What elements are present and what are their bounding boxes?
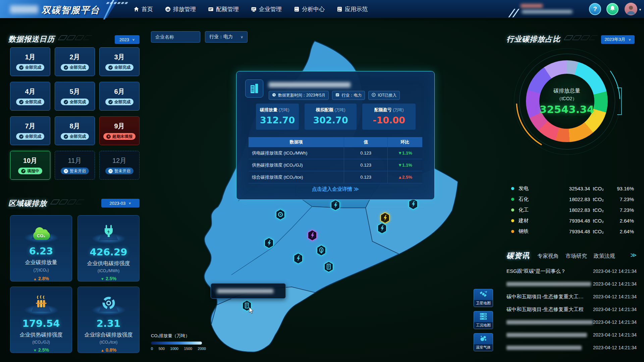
stat-card-emission[interactable]: CO₂ 6.23 企业碳排放量 (万tCO₂) ▲2.8% — [10, 215, 72, 282]
calculator-icon — [294, 6, 300, 12]
calendar-month-nov[interactable]: 11月 暂未开启 — [55, 151, 95, 180]
news-item[interactable]: 碳中和五期项目-生态修复重大工程... 2023-04-12 14:21:34 — [506, 290, 637, 303]
notification-button[interactable] — [606, 3, 619, 15]
nav-item-analysis[interactable]: 分析中心 — [294, 5, 325, 13]
news-item[interactable]: 2023-04-12 14:21:34 — [506, 316, 637, 328]
stat-card-heat-intensity[interactable]: 179.54 企业供热碳排强度 (tCO₂/GJ) ▼2.5% — [10, 287, 72, 353]
cross-icon — [106, 134, 111, 139]
news-more-arrow[interactable]: ≫ — [630, 251, 637, 259]
calendar-month-jul[interactable]: 7月 全部完成 — [10, 116, 50, 145]
news-item[interactable]: 碳中和五期项目-生态修复重大工程 2023-04-12 14:21:34 — [506, 303, 637, 316]
question-icon: ? — [593, 5, 597, 13]
news-item[interactable]: 2023-04-12 14:21:34 — [506, 341, 637, 354]
user-menu-caret[interactable]: ▼ — [639, 8, 642, 11]
status-badge: 超期未填报 — [103, 133, 136, 140]
map-marker-power[interactable] — [330, 199, 340, 211]
calendar-month-sep[interactable]: 9月 超期未填报 — [99, 116, 140, 145]
delta-badge: ▼2.5% — [33, 347, 49, 353]
app-title: 双碳智服平台 — [42, 4, 100, 16]
electric-plug-icon — [102, 225, 115, 240]
title-slashes-decor — [52, 199, 83, 204]
stat-card-power-intensity[interactable]: 426.29 企业供电碳排强度 (tCO₂/MWh) ▼2.5% — [77, 215, 140, 282]
calendar-month-jan[interactable]: 1月 全部完成 — [10, 47, 50, 76]
calendar-year-dropdown[interactable]: 2023∨ — [115, 35, 140, 44]
check-icon — [19, 65, 23, 70]
check-icon — [108, 100, 113, 104]
monitor-icon — [251, 6, 257, 12]
status-badge: 全部完成 — [61, 99, 89, 105]
donut-center: 碳排放总量 （tCO2） 32543.34 — [539, 74, 594, 129]
legend-dot — [511, 219, 514, 222]
map-marker-power[interactable] — [408, 198, 418, 210]
news-tabs: 专家视角 市场研究 政策法规 — [537, 253, 615, 260]
map-marker-gear[interactable] — [275, 209, 285, 220]
nav-tick-decor — [107, 2, 127, 4]
quota-card-icon — [208, 6, 214, 12]
quota-stat-box: 模拟配额 (万吨) 302.70 — [305, 104, 357, 130]
industry-month-dropdown[interactable]: 2023年3月∨ — [601, 35, 635, 44]
legend-item-chemical[interactable]: 化工 18022.83 tCO₂ 7.23% — [511, 204, 634, 215]
map-marker-power[interactable] — [377, 223, 387, 234]
redacted-title — [506, 282, 591, 286]
tab-expert-view[interactable]: 专家视角 — [537, 253, 559, 260]
status-badge: 全部完成 — [16, 133, 44, 140]
status-badge: 全部完成 — [61, 64, 89, 71]
status-badge: 暂未开启 — [105, 168, 133, 174]
chevron-down-icon: ∨ — [128, 201, 131, 205]
tab-policy[interactable]: 政策法规 — [594, 253, 615, 260]
nav-item-enterprise[interactable]: 企业管理 — [251, 5, 282, 13]
check-icon — [64, 65, 68, 70]
legend-item-steel[interactable]: 钢铁 79394.48 tCO₂ 2.64% — [511, 226, 634, 237]
nav-item-emission[interactable]: 排放管理 — [165, 5, 196, 13]
person-silhouette-icon — [626, 4, 636, 14]
calendar-month-dec[interactable]: 12月 暂未开启 — [99, 151, 140, 180]
status-badge: 全部完成 — [105, 99, 133, 105]
title-slashes-decor — [59, 35, 91, 40]
map-marker-power-purple[interactable] — [307, 230, 317, 241]
news-item[interactable]: 2023-04-12 14:21:34 — [506, 278, 637, 290]
calendar-month-feb[interactable]: 2月 全部完成 — [55, 47, 95, 76]
logo-redacted — [10, 5, 38, 13]
tab-market-research[interactable]: 市场研究 — [566, 253, 587, 260]
calendar-month-oct[interactable]: 10月 填报中 — [10, 151, 50, 180]
map-marker-doc[interactable] — [324, 261, 334, 273]
condition-map-button[interactable]: 工况地图 — [474, 311, 493, 329]
map-marker-power[interactable] — [293, 253, 303, 264]
table-row: 供电碳排放强度 (tCO₂/MWh) 0.123 ▼1.1% — [249, 147, 422, 159]
nav-item-quota[interactable]: 配额管理 — [208, 5, 239, 13]
check-icon — [108, 65, 113, 70]
enterprise-detail-link[interactable]: 点击进入企业详情 ≫ — [236, 186, 434, 192]
legend-item-power[interactable]: 发电 32543.34 tCO₂ 93.16% — [511, 183, 634, 194]
stat-card-composite-intensity[interactable]: 2.31 企业综合碳排放强度 (tCO₂/tce) ▲0.8% — [77, 287, 140, 353]
help-button[interactable]: ? — [589, 3, 601, 15]
status-badge: 全部完成 — [61, 133, 89, 140]
region-month-dropdown[interactable]: 2023-03∨ — [101, 199, 140, 207]
delta-badge: ▼2.5% — [101, 276, 116, 281]
calendar-month-mar[interactable]: 3月 全部完成 — [99, 47, 140, 76]
legend-dot — [511, 208, 514, 212]
satellite-map-button[interactable]: 卫星地图 — [474, 289, 493, 307]
nav-item-home[interactable]: 首页 — [133, 5, 153, 13]
emission-stat-box: 碳排放量 (万吨) 312.70 — [256, 104, 299, 130]
status-badge: 暂未开启 — [61, 168, 89, 174]
news-list: ESG跟“双碳”是一回事么？ 2023-04-12 14:21:34 2023-… — [506, 265, 637, 354]
legend-item-petrochemical[interactable]: 石化 18022.83 tCO₂ 7.23% — [511, 194, 634, 204]
calendar-title: 数据报送日历 — [8, 34, 91, 44]
map-marker-power[interactable] — [264, 237, 274, 249]
map-marker-power-alert[interactable] — [380, 212, 390, 224]
news-item[interactable]: 2023-04-12 14:21:34 — [506, 328, 637, 341]
news-item[interactable]: ESG跟“双碳”是一回事么？ 2023-04-12 14:21:34 — [506, 265, 637, 278]
minus-icon — [108, 169, 113, 173]
nav-item-demo[interactable]: 应用示范 — [337, 5, 368, 13]
region-card-grid: CO₂ 6.23 企业碳排放量 (万tCO₂) ▲2.8% 426.29 企业供… — [10, 215, 140, 353]
greenhouse-gas-button[interactable]: 温室气体 — [474, 333, 493, 351]
user-avatar[interactable] — [625, 3, 637, 15]
calendar-month-apr[interactable]: 4月 全部完成 — [10, 82, 50, 111]
calendar-month-may[interactable]: 5月 全部完成 — [55, 82, 95, 111]
dashboard: 双碳智服平台 首页 排放管理 配额管理 企业管理 分析中心 — [0, 0, 644, 362]
legend-item-building[interactable]: 建材 79394.48 tCO₂ 2.64% — [511, 215, 634, 226]
calendar-month-aug[interactable]: 8月 全部完成 — [55, 116, 95, 145]
mouse-cursor — [249, 307, 255, 315]
map-marker-leaf[interactable] — [316, 245, 326, 256]
calendar-month-jun[interactable]: 6月 全部完成 — [99, 82, 140, 111]
